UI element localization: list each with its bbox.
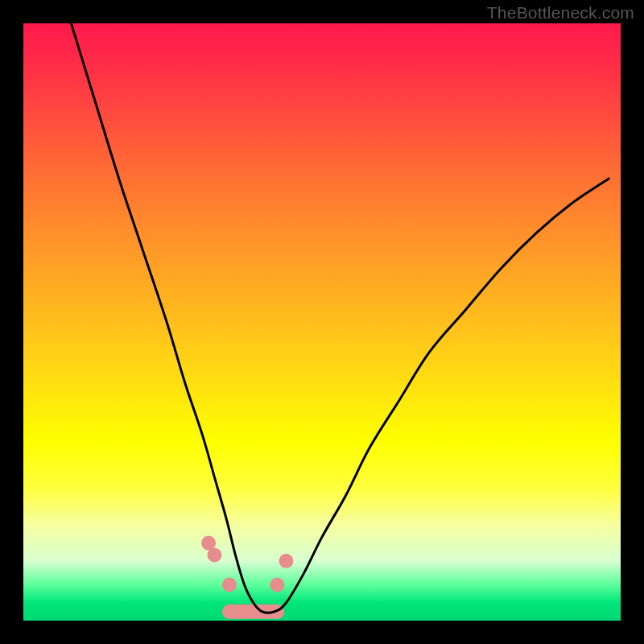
svg-point-2	[207, 547, 221, 562]
bottleneck-curve	[71, 23, 609, 613]
curve-layer	[23, 23, 621, 621]
svg-point-5	[279, 554, 293, 568]
chart-frame: TheBottleneck.com	[0, 0, 644, 644]
svg-point-4	[270, 577, 284, 592]
svg-point-3	[222, 577, 237, 592]
highlight-dots	[201, 536, 293, 592]
plot-area	[23, 23, 621, 621]
watermark-text: TheBottleneck.com	[487, 3, 634, 23]
